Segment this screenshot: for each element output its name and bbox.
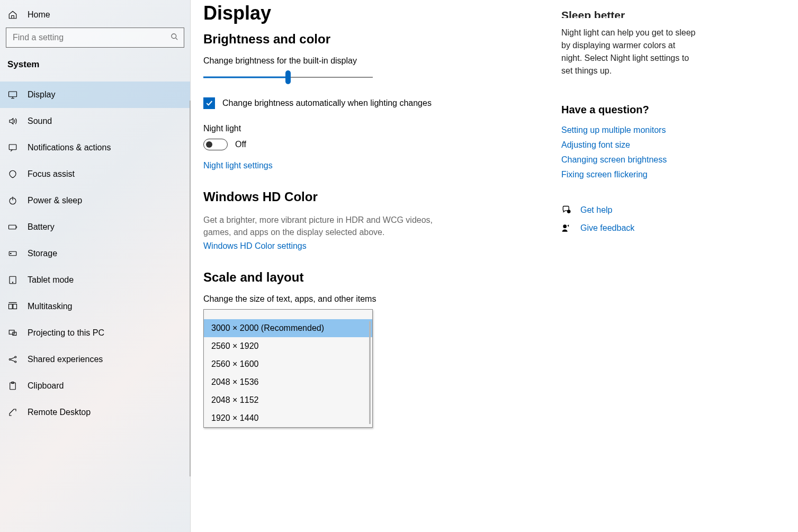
search-input[interactable]	[6, 28, 184, 47]
sidebar-item-power[interactable]: Power & sleep	[0, 187, 190, 214]
svg-point-13	[9, 359, 11, 360]
sleep-better-heading: Sleep better	[561, 8, 696, 18]
storage-icon	[7, 248, 18, 259]
svg-rect-1	[9, 92, 17, 97]
sleep-better-text: Night light can help you get to sleep by…	[561, 26, 696, 77]
search-container	[0, 28, 190, 57]
resolution-option[interactable]: 3000 × 2000 (Recommended)	[204, 319, 372, 337]
section-scale-heading: Scale and layout	[203, 270, 553, 285]
get-help-link[interactable]: Get help	[580, 205, 612, 215]
section-hdcolor-heading: Windows HD Color	[203, 190, 553, 204]
night-light-toggle[interactable]	[203, 139, 228, 150]
search-icon	[171, 33, 178, 42]
help-link[interactable]: Setting up multiple monitors	[561, 125, 696, 135]
sidebar-item-label: Focus assist	[28, 169, 75, 179]
sidebar-item-notifications[interactable]: Notifications & actions	[0, 134, 190, 161]
home-label: Home	[28, 10, 50, 20]
sidebar-item-storage[interactable]: Storage	[0, 240, 190, 267]
main-area: Display Brightness and color Change brig…	[191, 0, 798, 532]
svg-point-15	[15, 361, 16, 363]
slider-thumb[interactable]	[285, 70, 291, 84]
night-light-settings-link[interactable]: Night light settings	[203, 161, 553, 170]
sidebar-item-shared[interactable]: Shared experiences	[0, 346, 190, 373]
help-links-list: Setting up multiple monitorsAdjusting fo…	[561, 125, 696, 179]
sidebar-item-label: Battery	[28, 222, 55, 232]
slider-fill	[203, 77, 288, 78]
auto-brightness-checkbox[interactable]	[203, 97, 215, 109]
remote-icon	[7, 407, 18, 418]
resolution-option[interactable]: 2560 × 1600	[204, 355, 372, 373]
night-light-toggle-row: Off	[203, 139, 553, 150]
sidebar-item-label: Power & sleep	[28, 196, 82, 205]
toggle-knob	[206, 141, 212, 148]
section-brightness-heading: Brightness and color	[203, 32, 553, 47]
night-light-state: Off	[235, 140, 246, 149]
sidebar-item-clipboard[interactable]: Clipboard	[0, 373, 190, 399]
svg-point-14	[15, 356, 16, 358]
svg-text:?: ?	[568, 210, 570, 213]
sound-icon	[7, 116, 18, 127]
sidebar-item-battery[interactable]: Battery	[0, 214, 190, 240]
help-link[interactable]: Adjusting font size	[561, 140, 696, 150]
brightness-slider-label: Change brightness for the built-in displ…	[203, 56, 553, 66]
notifications-icon	[7, 142, 18, 153]
sidebar: Home System DisplaySoundNotifications & …	[0, 0, 191, 532]
sidebar-item-focus[interactable]: Focus assist	[0, 161, 190, 187]
sidebar-item-multitask[interactable]: Multitasking	[0, 293, 190, 320]
feedback-icon	[561, 223, 572, 233]
sidebar-item-sound[interactable]: Sound	[0, 108, 190, 134]
sidebar-item-project[interactable]: Projecting to this PC	[0, 320, 190, 346]
home-button[interactable]: Home	[0, 6, 190, 28]
svg-rect-2	[9, 145, 16, 150]
search-box[interactable]	[6, 28, 184, 48]
tablet-icon	[7, 275, 18, 285]
display-icon	[7, 89, 18, 100]
project-icon	[7, 328, 18, 338]
svg-rect-9	[9, 304, 13, 309]
sidebar-item-label: Remote Desktop	[28, 408, 91, 417]
sidebar-item-label: Multitasking	[28, 302, 72, 311]
home-icon	[7, 10, 18, 20]
svg-rect-10	[13, 304, 17, 309]
scale-label: Change the size of text, apps, and other…	[203, 294, 553, 304]
battery-icon	[7, 222, 18, 232]
auto-brightness-label: Change brightness automatically when lig…	[222, 98, 432, 108]
svg-rect-4	[9, 225, 16, 229]
sidebar-item-display[interactable]: Display	[0, 82, 190, 108]
give-feedback-row[interactable]: Give feedback	[561, 223, 696, 233]
question-heading: Have a question?	[561, 104, 696, 116]
resolution-option[interactable]: 2048 × 1152	[204, 391, 372, 409]
hdcolor-settings-link[interactable]: Windows HD Color settings	[203, 241, 553, 251]
resolution-dropdown-open[interactable]: 3000 × 2000 (Recommended)2560 × 19202560…	[203, 309, 373, 428]
brightness-slider[interactable]	[203, 71, 373, 84]
get-help-row[interactable]: ? Get help	[561, 205, 696, 215]
settings-app: Home System DisplaySoundNotifications & …	[0, 0, 798, 532]
sidebar-item-label: Shared experiences	[28, 355, 103, 364]
sidebar-item-tablet[interactable]: Tablet mode	[0, 267, 190, 293]
night-light-label: Night light	[203, 124, 553, 133]
help-link[interactable]: Fixing screen flickering	[561, 170, 696, 179]
resolution-option[interactable]: 2048 × 1536	[204, 373, 372, 391]
power-icon	[7, 195, 18, 206]
content-column: Display Brightness and color Change brig…	[203, 0, 553, 532]
shared-icon	[7, 354, 18, 365]
resolution-option[interactable]: 1920 × 1440	[204, 409, 372, 427]
svg-point-0	[172, 34, 176, 39]
clipboard-icon	[7, 381, 18, 391]
help-link[interactable]: Changing screen brightness	[561, 155, 696, 165]
category-label: System	[0, 57, 190, 82]
sidebar-item-label: Projecting to this PC	[28, 328, 104, 338]
sidebar-item-label: Notifications & actions	[28, 143, 111, 152]
aside-column: Sleep better Night light can help you ge…	[553, 0, 712, 532]
chat-help-icon: ?	[561, 205, 572, 215]
sidebar-item-label: Sound	[28, 116, 52, 126]
give-feedback-link[interactable]: Give feedback	[580, 223, 634, 233]
svg-point-6	[11, 253, 12, 254]
page-title: Display	[203, 2, 553, 24]
multitask-icon	[7, 301, 18, 312]
resolution-option[interactable]: 2560 × 1920	[204, 337, 372, 355]
sidebar-item-remote[interactable]: Remote Desktop	[0, 399, 190, 426]
focus-icon	[7, 169, 18, 179]
hdcolor-description: Get a brighter, more vibrant picture in …	[203, 214, 458, 238]
sidebar-item-label: Display	[28, 90, 55, 100]
